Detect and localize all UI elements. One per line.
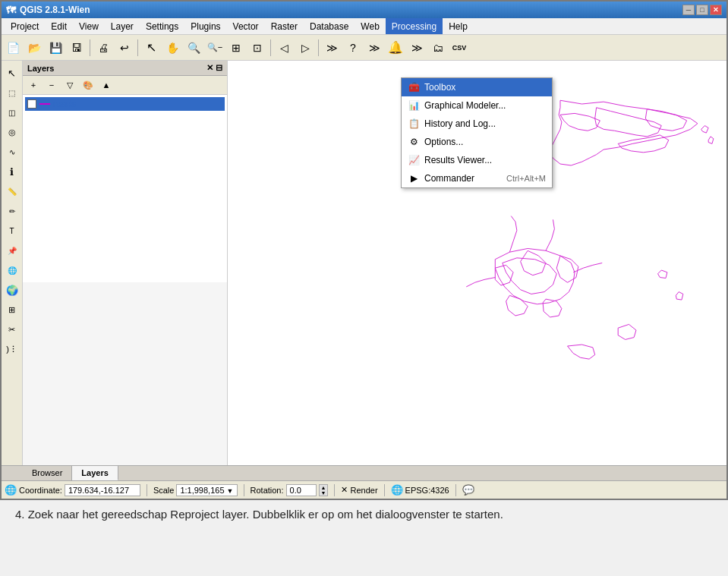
- layers-float-icon[interactable]: ⊟: [216, 63, 222, 73]
- layers-add-btn[interactable]: +: [25, 77, 42, 93]
- menu-vector[interactable]: Vector: [227, 18, 265, 34]
- maximize-button[interactable]: □: [696, 5, 708, 15]
- zoom-last-btn[interactable]: ◁: [274, 38, 294, 58]
- layers-filter-btn[interactable]: ▽: [61, 77, 78, 93]
- layer-item-roads[interactable]: ✓ roads: [25, 97, 225, 111]
- toolbar-extra5[interactable]: 🗂: [428, 38, 448, 58]
- undo-btn[interactable]: ↩: [115, 38, 134, 58]
- tool-feature-select[interactable]: ⬚: [3, 83, 21, 102]
- select-btn[interactable]: ↖: [141, 38, 161, 58]
- tool-layer-props[interactable]: 🌐: [3, 261, 21, 279]
- rotation-label: Rotation:: [251, 486, 284, 495]
- tool-select-freehand[interactable]: ∿: [3, 143, 21, 161]
- menu-history-log[interactable]: 📋 History and Log...: [402, 115, 552, 133]
- tool-select-radius[interactable]: ◎: [3, 123, 21, 141]
- rotation-arrows[interactable]: ▲ ▼: [319, 484, 329, 496]
- menu-options[interactable]: ⚙ Options...: [402, 133, 552, 151]
- tool-deselect[interactable]: ◫: [3, 103, 21, 121]
- tool-identify[interactable]: ℹ: [3, 162, 21, 181]
- toolbar-help[interactable]: ?: [343, 38, 363, 58]
- toolbox-icon: 🧰: [408, 81, 420, 93]
- close-button[interactable]: ✕: [710, 5, 722, 15]
- render-checkbox-icon[interactable]: ✕: [341, 485, 348, 495]
- toolbar-extra3[interactable]: 🔔: [386, 38, 405, 58]
- window-title: QGIS 2.8.1-Wien: [20, 5, 90, 15]
- menu-commander[interactable]: ▶ Commander Ctrl+Alt+M: [402, 169, 552, 187]
- toolbar-extra4[interactable]: ≫: [407, 38, 427, 58]
- rotation-down-arrow[interactable]: ▼: [320, 490, 328, 496]
- menu-settings[interactable]: Settings: [140, 18, 184, 34]
- toolbar-extra2[interactable]: ≫: [364, 38, 384, 58]
- tab-browser[interactable]: Browser: [23, 466, 72, 480]
- status-crs-item: 🌐 EPSG:4326: [391, 484, 449, 496]
- messages-icon[interactable]: 💬: [462, 484, 474, 496]
- menu-layer[interactable]: Layer: [105, 18, 140, 34]
- status-bar: 🌐 Coordinate: 179.634,-16.127 Scale 1:1,…: [2, 480, 726, 499]
- menu-edit[interactable]: Edit: [45, 18, 73, 34]
- menu-view[interactable]: View: [73, 18, 105, 34]
- zoom-next-btn[interactable]: ▷: [295, 38, 315, 58]
- pan-btn[interactable]: ✋: [162, 38, 182, 58]
- layer-checkbox-roads[interactable]: ✓: [27, 99, 36, 109]
- new-project-btn[interactable]: 📄: [3, 38, 23, 58]
- print-btn[interactable]: 🖨: [93, 38, 113, 58]
- crs-icon: 🌐: [391, 484, 403, 496]
- scale-value[interactable]: 1:1,998,165 ▼: [176, 484, 237, 496]
- status-sep2: [244, 484, 244, 496]
- tool-move-label[interactable]: T: [3, 222, 21, 240]
- rotation-up-arrow[interactable]: ▲: [320, 485, 328, 490]
- menu-processing[interactable]: Processing: [386, 18, 443, 34]
- layers-header: Layers ✕ ⊟: [23, 61, 227, 76]
- zoom-layer-btn[interactable]: ⊡: [247, 38, 267, 58]
- menu-help[interactable]: Help: [443, 18, 474, 34]
- layers-up-btn[interactable]: ▲: [98, 77, 115, 93]
- coordinate-label: Coordinate:: [19, 486, 62, 495]
- processing-dropdown-menu: 🧰 Toolbox 📊 Graphical Modeler... 📋 Histo…: [401, 77, 553, 188]
- tool-filter[interactable]: ⊞: [3, 301, 21, 319]
- status-sep4: [384, 484, 385, 496]
- menu-results-viewer[interactable]: 📈 Results Viewer...: [402, 151, 552, 169]
- menu-toolbox[interactable]: 🧰 Toolbox: [402, 78, 552, 96]
- menu-database[interactable]: Database: [304, 18, 355, 34]
- toolbox-label: Toolbox: [424, 82, 455, 93]
- layers-list: ✓ roads: [23, 95, 227, 282]
- app-icon: 🗺: [6, 5, 16, 16]
- menu-graphical-modeler[interactable]: 📊 Graphical Modeler...: [402, 96, 552, 115]
- tool-pin[interactable]: 📌: [3, 241, 21, 260]
- coord-icon: 🌐: [5, 484, 17, 496]
- save-as-btn[interactable]: 🖫: [67, 38, 87, 58]
- zoom-full-btn[interactable]: ⊞: [226, 38, 246, 58]
- history-icon: 📋: [408, 118, 420, 130]
- menu-project[interactable]: Project: [5, 18, 45, 34]
- toolbar-csv[interactable]: CSV: [449, 38, 469, 58]
- scale-dropdown-icon[interactable]: ▼: [227, 487, 234, 495]
- tool-measure[interactable]: 📏: [3, 182, 21, 200]
- tool-edit[interactable]: ✂: [3, 320, 21, 338]
- open-project-btn[interactable]: 📂: [24, 38, 44, 58]
- zoom-out-btn[interactable]: 🔍−: [205, 38, 225, 58]
- results-viewer-label: Results Viewer...: [424, 155, 492, 165]
- map-area[interactable]: 🧰 Toolbox 📊 Graphical Modeler... 📋 Histo…: [228, 61, 726, 465]
- menu-web[interactable]: Web: [355, 18, 385, 34]
- options-icon: ⚙: [408, 136, 420, 148]
- layer-name-roads: roads: [53, 99, 76, 109]
- menu-plugins[interactable]: Plugins: [184, 18, 226, 34]
- rotation-value[interactable]: 0.0: [286, 484, 317, 496]
- layers-color-btn[interactable]: 🎨: [80, 77, 96, 93]
- graphical-modeler-label: Graphical Modeler...: [424, 100, 506, 111]
- toolbar-extra1[interactable]: ≫: [322, 38, 342, 58]
- zoom-in-btn[interactable]: 🔍: [184, 38, 203, 58]
- coordinate-value[interactable]: 179.634,-16.127: [65, 484, 140, 496]
- save-project-btn[interactable]: 💾: [46, 38, 65, 58]
- render-label: Render: [350, 486, 377, 495]
- tool-extra[interactable]: )︙: [3, 340, 21, 358]
- tool-select-arrow[interactable]: ↖: [3, 64, 21, 82]
- menu-raster[interactable]: Raster: [265, 18, 304, 34]
- commander-icon: ▶: [408, 172, 420, 184]
- tool-earth[interactable]: 🌍: [3, 281, 21, 299]
- layers-remove-btn[interactable]: −: [43, 77, 60, 93]
- tab-layers[interactable]: Layers: [72, 466, 118, 480]
- minimize-button[interactable]: ─: [682, 5, 695, 15]
- tool-annotate[interactable]: ✏: [3, 202, 21, 220]
- layers-close-icon[interactable]: ✕: [206, 63, 213, 73]
